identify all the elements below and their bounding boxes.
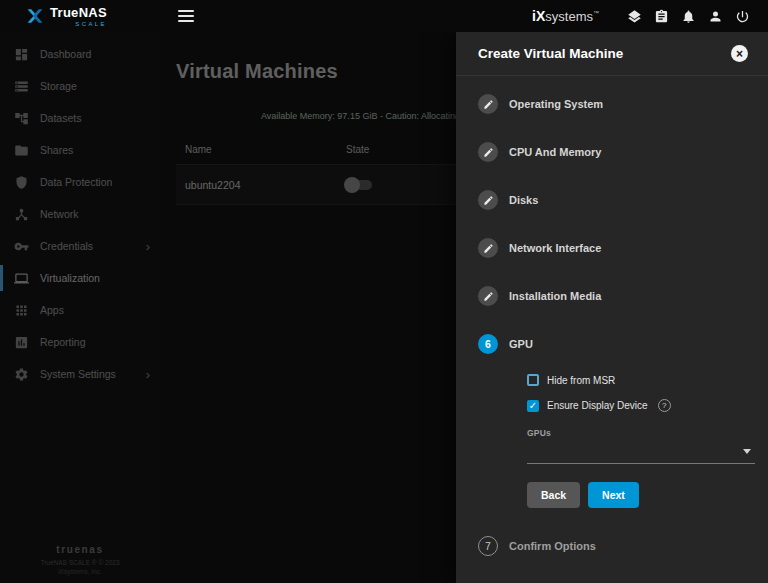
edit-icon	[478, 190, 498, 210]
help-icon[interactable]: ?	[658, 399, 671, 412]
clipboard-icon[interactable]	[648, 3, 675, 30]
ix-logo-rest: systems	[545, 9, 593, 24]
gpus-field-label: GPUs	[527, 428, 755, 438]
gpu-form: Hide from MSR ✓ Ensure Display Device ? …	[527, 374, 755, 508]
ix-logo-tm: ™	[593, 10, 599, 16]
step-label: Operating System	[509, 98, 603, 110]
gpus-select[interactable]	[527, 440, 755, 464]
step-label: Installation Media	[509, 290, 601, 302]
step-label: GPU	[509, 338, 533, 350]
step-label: Confirm Options	[509, 540, 596, 552]
overlay-backdrop[interactable]	[0, 32, 456, 583]
wizard-steps: Operating System CPU And Memory Disks Ne…	[456, 76, 768, 583]
panel-title: Create Virtual Machine	[478, 46, 623, 61]
next-button[interactable]: Next	[588, 482, 639, 508]
topbar-actions: iXsystems™	[532, 3, 768, 30]
edit-icon	[478, 238, 498, 258]
wizard-buttons: Back Next	[527, 482, 755, 508]
close-icon: ×	[736, 48, 743, 60]
checkbox-label: Hide from MSR	[547, 375, 615, 386]
edit-icon	[478, 94, 498, 114]
create-vm-panel: Create Virtual Machine × Operating Syste…	[456, 32, 768, 583]
back-button[interactable]: Back	[527, 482, 580, 508]
user-icon[interactable]	[702, 3, 729, 30]
panel-header: Create Virtual Machine ×	[456, 32, 768, 76]
checkbox-label: Ensure Display Device	[547, 400, 648, 411]
bell-icon[interactable]	[675, 3, 702, 30]
brand-sub: SCALE	[50, 21, 107, 27]
step-disks[interactable]: Disks	[478, 176, 768, 224]
truenas-logo[interactable]: TrueNAS SCALE	[0, 6, 158, 27]
ix-logo-bold: iX	[532, 8, 545, 24]
step-installation-media[interactable]: Installation Media	[478, 272, 768, 320]
checkbox-checked-icon[interactable]: ✓	[527, 400, 539, 412]
ixsystems-logo: iXsystems™	[532, 7, 599, 25]
layers-icon[interactable]	[621, 3, 648, 30]
step-label: Disks	[509, 194, 538, 206]
step-label: Network Interface	[509, 242, 601, 254]
step-confirm-options[interactable]: 7 Confirm Options	[478, 522, 768, 570]
step-network-interface[interactable]: Network Interface	[478, 224, 768, 272]
step-number-badge: 7	[478, 536, 498, 556]
step-cpu-and-memory[interactable]: CPU And Memory	[478, 128, 768, 176]
truenas-x-icon	[26, 7, 44, 25]
hide-from-msr-checkbox-row[interactable]: Hide from MSR	[527, 374, 755, 386]
menu-icon[interactable]	[178, 10, 194, 22]
close-button[interactable]: ×	[731, 45, 748, 62]
step-gpu[interactable]: 6 GPU	[478, 320, 768, 368]
ensure-display-device-checkbox-row[interactable]: ✓ Ensure Display Device ?	[527, 399, 755, 412]
step-label: CPU And Memory	[509, 146, 602, 158]
power-icon[interactable]	[729, 3, 756, 30]
dropdown-caret-icon	[743, 449, 751, 454]
checkbox-unchecked-icon[interactable]	[527, 374, 539, 386]
brand-name: TrueNAS	[50, 6, 107, 19]
edit-icon	[478, 286, 498, 306]
step-operating-system[interactable]: Operating System	[478, 80, 768, 128]
topbar: TrueNAS SCALE iXsystems™	[0, 0, 768, 32]
edit-icon	[478, 142, 498, 162]
truenas-app: TrueNAS SCALE iXsystems™	[0, 0, 768, 583]
step-number-badge: 6	[478, 334, 498, 354]
